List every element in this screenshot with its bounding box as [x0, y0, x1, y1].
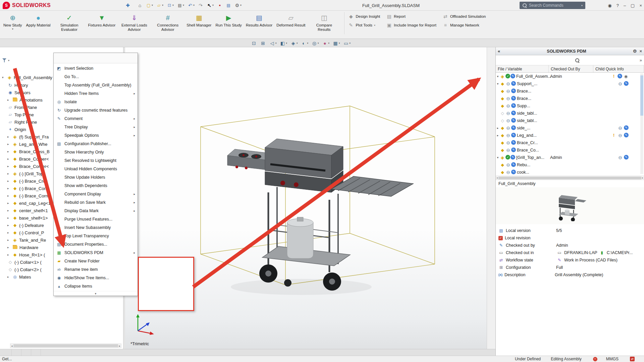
- context-menu-item[interactable]: Isolate ▸: [54, 98, 138, 106]
- context-menu-item[interactable]: Show Update Holders ▸: [54, 173, 138, 181]
- expander-icon[interactable]: ▸: [7, 172, 11, 175]
- ribbon-button[interactable]: Plot Tools ▾: [348, 21, 380, 29]
- command-tab[interactable]: [29, 45, 39, 47]
- expander-icon[interactable]: ▾: [2, 76, 5, 79]
- document-tab[interactable]: [21, 349, 31, 356]
- pdm-tree-row[interactable]: side_tabl...: [496, 110, 644, 117]
- pdm-tree-row[interactable]: Brace_Co...: [496, 146, 644, 154]
- collapse-panel-icon[interactable]: «: [498, 49, 500, 54]
- help-icon[interactable]: ?: [616, 3, 619, 8]
- user-icon[interactable]: ◉: [608, 3, 611, 8]
- expander-icon[interactable]: ▾: [496, 75, 500, 78]
- tree-filter[interactable]: ▾: [2, 58, 9, 63]
- column-header[interactable]: File / Variable: [496, 65, 549, 72]
- expander-icon[interactable]: ▸: [7, 187, 11, 190]
- pdm-tree-row[interactable]: Rebu...: [496, 161, 644, 169]
- scroll-right-icon[interactable]: ▸: [642, 176, 643, 179]
- command-tab[interactable]: [39, 45, 49, 47]
- pdm-vertical-scrollbar[interactable]: [640, 73, 643, 174]
- context-menu-item[interactable]: Document Properties... ▸: [54, 240, 138, 248]
- column-header[interactable]: Child Quick Info: [593, 65, 644, 72]
- expander-icon[interactable]: ▸: [7, 216, 11, 220]
- ribbon-button[interactable]: Compare Results ▾: [307, 12, 341, 33]
- command-tab[interactable]: [0, 45, 10, 47]
- expander-icon[interactable]: ▸: [7, 209, 11, 212]
- expander-icon[interactable]: ▾: [496, 156, 500, 159]
- pdm-tree-row[interactable]: ▾ Support_...: [496, 80, 644, 87]
- expander-icon[interactable]: ▸: [496, 134, 500, 137]
- scroll-left-icon[interactable]: ◂: [11, 344, 13, 348]
- command-search[interactable]: Search Commands ▾: [520, 2, 585, 9]
- context-menu-item[interactable]: Rebuild on Save Mark ▸: [54, 198, 138, 206]
- ribbon-button[interactable]: Design Insight ▾: [348, 12, 380, 21]
- toolbar-overflow-icon[interactable]: »: [640, 58, 642, 63]
- pdm-tree-row[interactable]: ▾ Full_Grill_Assem... Admin: [496, 73, 644, 80]
- submenu-item[interactable]: [139, 259, 193, 267]
- expander-icon[interactable]: ▸: [7, 165, 11, 168]
- scroll-right-icon[interactable]: ▸: [119, 344, 120, 348]
- pdm-tree-row[interactable]: Supp...: [496, 102, 644, 110]
- expander-icon[interactable]: ▾: [496, 82, 500, 85]
- close-icon[interactable]: ×: [639, 3, 642, 8]
- context-menu-item[interactable]: SOLIDWORKS PDM ▸: [54, 248, 138, 257]
- expander-icon[interactable]: ▸: [7, 98, 11, 102]
- pdm-tree-row[interactable]: side_tabl...: [496, 117, 644, 124]
- scrollbar-thumb[interactable]: [640, 75, 643, 116]
- expander-icon[interactable]: ▸: [7, 179, 11, 183]
- menu-item[interactable]: [63, 4, 71, 7]
- context-menu-item[interactable]: Purge Unused Features... ▸: [54, 215, 138, 223]
- menu-item[interactable]: [116, 4, 123, 7]
- menu-item[interactable]: [72, 4, 79, 7]
- context-menu-item[interactable]: Insert New Subassembly ▸: [54, 223, 138, 232]
- pdm-horizontal-scrollbar[interactable]: ◂ ▸: [496, 176, 644, 180]
- submenu-item[interactable]: [139, 284, 193, 292]
- document-tab[interactable]: [12, 349, 21, 356]
- context-menu-item[interactable]: Display Data Mark ▸: [54, 206, 138, 215]
- pdm-tree-row[interactable]: cook...: [496, 169, 644, 176]
- context-menu-item[interactable]: Top Assembly (Full_Grill_Assembly) ▸: [54, 81, 138, 89]
- context-menu-item[interactable]: Hidden Tree Items ▸: [54, 89, 138, 98]
- ribbon-button[interactable]: Simulation Evaluator ▾: [52, 12, 86, 33]
- tree-horizontal-scrollbar[interactable]: ◂ ▸: [10, 344, 121, 348]
- expander-icon[interactable]: ▸: [7, 135, 11, 138]
- command-tab[interactable]: [10, 45, 19, 47]
- expander-icon[interactable]: ▸: [7, 275, 11, 279]
- pin-menubar-icon[interactable]: ✚: [123, 3, 132, 8]
- context-menu-item[interactable]: Rename tree item ▸: [54, 265, 138, 274]
- ribbon-button[interactable]: Report ▾: [386, 12, 436, 21]
- context-menu-item[interactable]: Speedpak Options ▸: [54, 131, 138, 139]
- expander-icon[interactable]: ▸: [7, 150, 11, 153]
- pdm-tree-row[interactable]: ▸ side_...: [496, 124, 644, 132]
- expander-icon[interactable]: ▸: [7, 201, 11, 205]
- ribbon-button[interactable]: Offloaded Simulation ▾: [442, 12, 486, 21]
- menu-item[interactable]: [98, 4, 106, 7]
- submenu-item[interactable]: [139, 292, 193, 301]
- minimize-icon[interactable]: –: [624, 3, 626, 8]
- context-menu-item[interactable]: Tree Display ▸: [54, 123, 138, 131]
- context-menu-item[interactable]: Go To... ▸: [54, 72, 138, 81]
- menu-item[interactable]: [90, 4, 97, 7]
- scrollbar-thumb[interactable]: [13, 344, 118, 347]
- expander-icon[interactable]: ▸: [7, 253, 11, 256]
- menu-item[interactable]: [107, 4, 114, 7]
- context-menu-item[interactable]: Invert Selection ▸: [54, 64, 138, 72]
- submenu-item[interactable]: [139, 276, 193, 284]
- command-tab[interactable]: [58, 45, 68, 47]
- pdm-settings-gear-icon[interactable]: ⚙: [633, 49, 637, 54]
- ribbon-button[interactable]: Include Image for Report ▾: [386, 21, 436, 29]
- scroll-left-icon[interactable]: ◂: [496, 176, 498, 179]
- ribbon-button[interactable]: Results Advisor ▾: [244, 12, 274, 33]
- pdm-tree-row[interactable]: Brace...: [496, 95, 644, 102]
- context-menu-item[interactable]: Configuration Publisher... ▸: [54, 139, 138, 148]
- context-menu-item[interactable]: Upgrade cosmetic thread features ▸: [54, 106, 138, 114]
- scrollbar-thumb[interactable]: [498, 177, 641, 179]
- ribbon-button[interactable]: Deformed Result ▾: [274, 12, 307, 33]
- context-menu-item[interactable]: Unload Hidden Components ▸: [54, 165, 138, 173]
- command-tab[interactable]: [49, 45, 58, 47]
- context-menu-item[interactable]: Comment ▸: [54, 114, 138, 123]
- ribbon-button[interactable]: Shell Manager ▾: [184, 12, 213, 33]
- context-menu-item[interactable]: Top Level Transparency ▸: [54, 232, 138, 240]
- ribbon-button[interactable]: Apply Material ▾: [24, 12, 53, 33]
- ribbon-button[interactable]: Fixtures Advisor ▾: [86, 12, 117, 33]
- pdm-tree-row[interactable]: ▾ [Grill_Top_an... Admin: [496, 154, 644, 161]
